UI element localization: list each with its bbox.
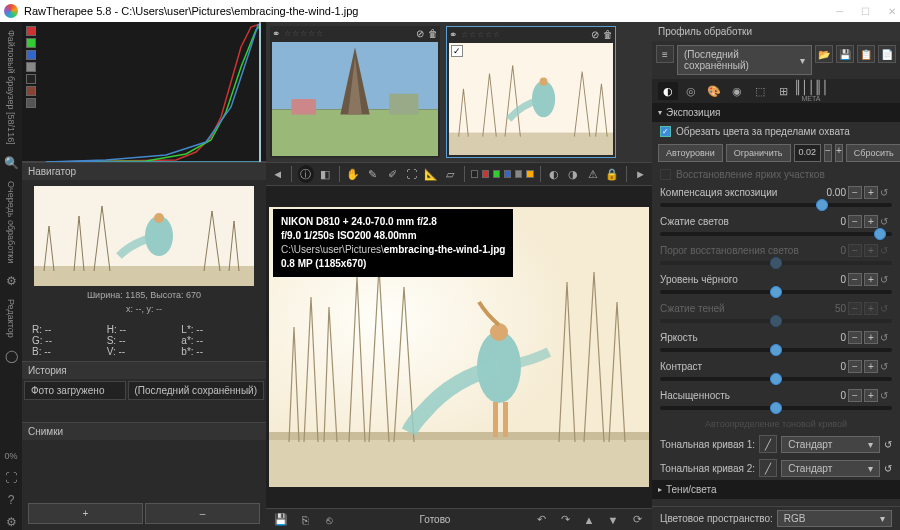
percent-icon[interactable]: 0% (3, 448, 19, 464)
preview-lum[interactable] (515, 170, 522, 178)
arrow-left-icon[interactable]: ◄ (270, 165, 285, 183)
slider-6-track[interactable] (660, 377, 892, 381)
slider-5-reset[interactable]: ↺ (880, 332, 892, 343)
wb-picker-icon[interactable]: ✐ (385, 165, 400, 183)
slider-4-reset[interactable]: ↺ (880, 303, 892, 314)
crop-icon[interactable]: ⛶ (404, 165, 419, 183)
profile-paste-icon[interactable]: 📄 (878, 45, 896, 63)
snapshot-remove-button[interactable]: – (145, 503, 260, 524)
shadow-clip-icon[interactable]: ◐ (546, 165, 561, 183)
settings-icon[interactable]: ⚙ (3, 514, 19, 530)
slider-0-reset[interactable]: ↺ (880, 187, 892, 198)
hand-icon[interactable]: ✋ (346, 165, 361, 183)
snapshot-add-button[interactable]: + (28, 503, 143, 524)
picker-icon[interactable]: ✎ (365, 165, 380, 183)
profile-open-icon[interactable]: 📂 (815, 45, 833, 63)
maximize-button[interactable]: ☐ (861, 6, 870, 17)
curve1-select[interactable]: Стандарт▾ (781, 436, 880, 453)
tab-queue[interactable]: Очередь обработки (6, 177, 16, 267)
lock-icon[interactable]: 🔒 (605, 165, 620, 183)
help-icon[interactable]: ? (3, 492, 19, 508)
tab-exposure-icon[interactable]: ◐ (658, 82, 678, 100)
tab-raw-icon[interactable]: ⊞ (773, 82, 793, 100)
slider-1-minus[interactable]: − (848, 215, 862, 228)
curve1-reset[interactable]: ↺ (884, 439, 892, 450)
tab-transform-icon[interactable]: ⬚ (750, 82, 770, 100)
prev-icon[interactable]: ▲ (580, 511, 598, 529)
slider-1-reset[interactable]: ↺ (880, 216, 892, 227)
slider-4-minus[interactable]: − (848, 302, 862, 315)
curve2-reset[interactable]: ↺ (884, 463, 892, 474)
histogram[interactable] (22, 22, 266, 162)
autolevels-button[interactable]: Автоуровни (658, 144, 723, 162)
preview-red[interactable] (482, 170, 489, 178)
slider-7-minus[interactable]: − (848, 389, 862, 402)
tab-meta[interactable]: ║││║│META (796, 82, 826, 100)
clip-plus[interactable]: + (835, 144, 843, 162)
thumbnail-1[interactable]: ⚭ ☆☆☆☆☆ ⊘ 🗑 (270, 26, 440, 158)
next-icon[interactable]: ▼ (604, 511, 622, 529)
colorspace-select[interactable]: RGB▾ (777, 510, 892, 527)
shadows-section[interactable]: ▸Тени/света (652, 480, 900, 499)
search-icon[interactable]: 🔍 (3, 155, 19, 171)
preview-focus[interactable] (526, 170, 533, 178)
slider-3-plus[interactable]: + (864, 273, 878, 286)
slider-4-plus[interactable]: + (864, 302, 878, 315)
trash-icon[interactable]: 🗑 (603, 29, 613, 40)
slider-1-plus[interactable]: + (864, 215, 878, 228)
minimize-button[interactable]: ─ (836, 6, 843, 17)
navigator-image[interactable] (34, 186, 254, 286)
slider-3-reset[interactable]: ↺ (880, 274, 892, 285)
tab-color-icon[interactable]: 🎨 (704, 82, 724, 100)
profile-mode-icon[interactable]: ≡ (656, 45, 674, 63)
thumbnail-2[interactable]: ⚭ ☆☆☆☆☆ ⊘ 🗑 ✓ (446, 26, 616, 158)
tab-advanced-icon[interactable]: ◉ (727, 82, 747, 100)
hlr-checkbox[interactable] (660, 169, 671, 180)
slider-3-minus[interactable]: − (848, 273, 862, 286)
trash-icon[interactable]: 🗑 (428, 28, 438, 39)
slider-6-plus[interactable]: + (864, 360, 878, 373)
hist-blue-toggle[interactable] (26, 50, 36, 60)
profile-select[interactable]: (Последний сохранённый)▾ (677, 45, 812, 75)
slider-6-minus[interactable]: − (848, 360, 862, 373)
slider-2-reset[interactable]: ↺ (880, 245, 892, 256)
profile-copy-icon[interactable]: 📋 (857, 45, 875, 63)
preview-off[interactable] (471, 170, 478, 178)
reset-button[interactable]: Сбросить (846, 144, 900, 162)
rotate-left-icon[interactable]: ↶ (532, 511, 550, 529)
slider-7-track[interactable] (660, 406, 892, 410)
unrate-icon[interactable]: ⊘ (591, 29, 599, 40)
fx-icon[interactable]: ⛶ (3, 470, 19, 486)
straighten-icon[interactable]: 📐 (423, 165, 438, 183)
slider-0-plus[interactable]: + (864, 186, 878, 199)
link-icon[interactable]: ⚭ (449, 29, 457, 40)
slider-0-minus[interactable]: − (848, 186, 862, 199)
clip-button[interactable]: Ограничить (726, 144, 791, 162)
slider-5-plus[interactable]: + (864, 331, 878, 344)
hist-lum-toggle[interactable] (26, 62, 36, 72)
slider-5-track[interactable] (660, 348, 892, 352)
aperture-icon[interactable]: ◯ (3, 348, 19, 364)
save-icon[interactable]: 💾 (272, 511, 290, 529)
hist-bar-toggle[interactable] (26, 98, 36, 108)
hist-chroma-toggle[interactable] (26, 86, 36, 96)
hist-raw-toggle[interactable] (26, 74, 36, 84)
slider-6-reset[interactable]: ↺ (880, 361, 892, 372)
slider-2-track[interactable] (660, 261, 892, 265)
tab-browser[interactable]: Файловый браузер [58/116] (6, 26, 16, 149)
slider-2-minus[interactable]: − (848, 244, 862, 257)
clip-minus[interactable]: − (824, 144, 832, 162)
selected-check[interactable]: ✓ (451, 45, 463, 57)
preview-area[interactable]: NIKON D810 + 24.0-70.0 mm f/2.8 f/9.0 1/… (266, 186, 652, 508)
before-after-icon[interactable]: ◧ (318, 165, 333, 183)
highlight-clip-icon[interactable]: ◑ (566, 165, 581, 183)
slider-5-minus[interactable]: − (848, 331, 862, 344)
slider-2-plus[interactable]: + (864, 244, 878, 257)
exposure-section[interactable]: ▾Экспозиция (652, 103, 900, 122)
preview-green[interactable] (493, 170, 500, 178)
clip-checkbox[interactable]: ✓ (660, 126, 671, 137)
warning-icon[interactable]: ⚠ (585, 165, 600, 183)
preview-blue[interactable] (504, 170, 511, 178)
link-icon[interactable]: ⚭ (272, 28, 280, 39)
slider-3-track[interactable] (660, 290, 892, 294)
